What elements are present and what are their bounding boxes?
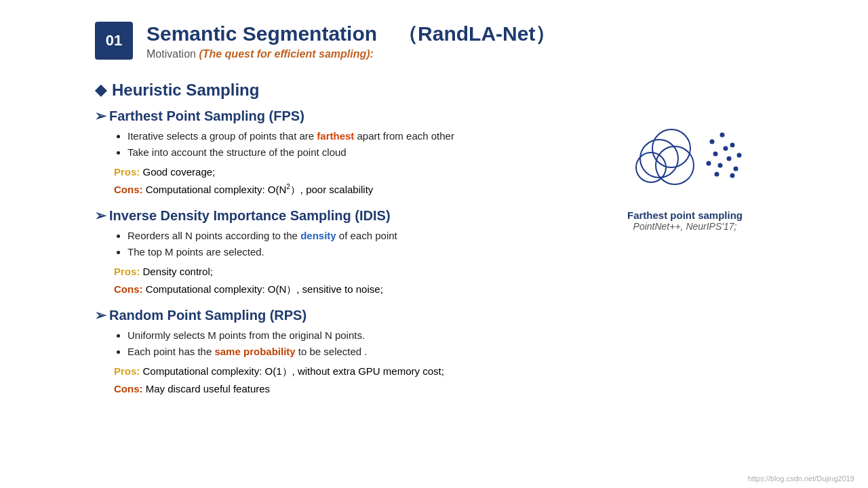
- svg-point-0: [640, 140, 678, 178]
- svg-point-4: [710, 140, 715, 144]
- fps-pros-text: Good coverage;: [140, 166, 215, 178]
- section-title: ◆ Heuristic Sampling: [95, 81, 773, 100]
- header: 01 Semantic Segmentation （RandLA-Net） Mo…: [0, 0, 868, 74]
- idis-cons: Cons: Computational complexity: O(N）, se…: [114, 281, 583, 298]
- main-content: ◆ Heuristic Sampling ➢ Farthest Point Sa…: [0, 74, 868, 413]
- diagram-column: Farthest point sampling PointNet++, Neur…: [597, 108, 773, 407]
- subtitle-italic: (The quest for efficient sampling):: [199, 48, 374, 60]
- idis-pros-label: Pros:: [114, 266, 140, 277]
- main-title: Semantic Segmentation （RandLA-Net）: [146, 20, 555, 48]
- text-column: ➢ Farthest Point Sampling (FPS) Iterativ…: [95, 108, 583, 407]
- svg-point-7: [713, 152, 718, 157]
- idis-pros-text: Density control;: [140, 266, 213, 277]
- fps-b1-highlight: farthest: [317, 130, 354, 142]
- diagram-caption: Farthest point sampling: [597, 209, 773, 221]
- idis-arrow-icon: ➢: [95, 207, 106, 224]
- rps-title-text: Random Point Sampling (RPS): [109, 308, 307, 323]
- idis-b1-highlight: density: [300, 230, 336, 241]
- rps-b2-pre: Each point has the: [127, 346, 214, 357]
- idis-pros-cons: Pros: Density control; Cons: Computation…: [95, 263, 583, 298]
- idis-bullets: Reorders all N points according to the d…: [95, 228, 583, 260]
- fps-bullets: Iterative selects a group of points that…: [95, 128, 583, 161]
- fps-cons-text: Computational complexity: O(N2）, poor sc…: [143, 184, 374, 195]
- fps-title-text: Farthest Point Sampling (FPS): [109, 108, 304, 124]
- fps-bullet-2: Take into account the structure of the p…: [127, 144, 583, 161]
- svg-point-11: [707, 161, 711, 166]
- fps-diagram-svg: [610, 115, 760, 203]
- svg-point-13: [737, 153, 742, 158]
- fps-title: ➢ Farthest Point Sampling (FPS): [95, 108, 583, 124]
- watermark: https://blog.csdn.net/Dujing2019: [748, 474, 854, 483]
- idis-title: ➢ Inverse Density Importance Sampling (I…: [95, 207, 583, 224]
- idis-bullet-2: The top M points are selected.: [127, 244, 583, 260]
- svg-point-6: [730, 143, 735, 148]
- fps-cons: Cons: Computational complexity: O(N2）, p…: [114, 181, 583, 199]
- rps-b2-highlight: same probability: [214, 346, 295, 357]
- rps-arrow-icon: ➢: [95, 307, 106, 323]
- idis-b1-end: of each point: [336, 230, 397, 241]
- rps-b2-end: to be selected .: [296, 346, 368, 357]
- diamond-icon: ◆: [95, 81, 106, 99]
- idis-pros: Pros: Density control;: [114, 263, 583, 281]
- subtitle-prefix: Motivation: [146, 48, 196, 60]
- idis-bullet-1: Reorders all N points according to the d…: [127, 228, 583, 244]
- idis-cons-text: Computational complexity: O(N）, sensitiv…: [143, 283, 383, 295]
- rps-pros: Pros: Computational complexity: O(1）, wi…: [114, 363, 583, 380]
- rps-pros-cons: Pros: Computational complexity: O(1）, wi…: [95, 363, 583, 397]
- fps-pros: Pros: Good coverage;: [114, 163, 583, 181]
- heuristic-sampling-title: Heuristic Sampling: [112, 81, 259, 100]
- rps-bullet-2: Each point has the same probability to b…: [127, 344, 583, 360]
- svg-point-5: [720, 133, 725, 138]
- title-area: Semantic Segmentation （RandLA-Net） Motiv…: [146, 20, 555, 60]
- idis-b1-pre: Reorders all N points according to the: [127, 230, 300, 241]
- fps-cons-label: Cons:: [114, 184, 143, 195]
- fps-section: ➢ Farthest Point Sampling (FPS) Iterativ…: [95, 108, 583, 198]
- idis-title-text: Inverse Density Importance Sampling (IDI…: [109, 208, 391, 224]
- content-row: ➢ Farthest Point Sampling (FPS) Iterativ…: [95, 108, 773, 407]
- rps-section: ➢ Random Point Sampling (RPS) Uniformly …: [95, 307, 583, 397]
- rps-cons-label: Cons:: [114, 383, 143, 394]
- rps-pros-label: Pros:: [114, 365, 140, 377]
- svg-point-8: [727, 157, 732, 161]
- rps-cons: Cons: May discard useful features: [114, 380, 583, 398]
- rps-bullet-1: Uniformly selects M points from the orig…: [127, 327, 583, 344]
- rps-cons-text: May discard useful features: [143, 383, 271, 394]
- fps-b1-pre: Iterative selects a group of points that…: [127, 130, 317, 142]
- diagram-subcaption: PointNet++, NeurIPS'17;: [597, 221, 773, 232]
- rps-bullets: Uniformly selects M points from the orig…: [95, 327, 583, 360]
- idis-section: ➢ Inverse Density Importance Sampling (I…: [95, 207, 583, 298]
- fps-pros-cons: Pros: Good coverage; Cons: Computational…: [95, 163, 583, 198]
- rps-title: ➢ Random Point Sampling (RPS): [95, 307, 583, 323]
- fps-bullet-1: Iterative selects a group of points that…: [127, 128, 583, 144]
- svg-point-15: [730, 174, 735, 178]
- slide-number: 01: [95, 22, 133, 60]
- fps-b1-end: apart from each other: [354, 130, 454, 142]
- svg-point-9: [718, 163, 723, 168]
- rps-pros-text: Computational complexity: O(1）, without …: [140, 365, 443, 377]
- idis-cons-label: Cons:: [114, 283, 143, 295]
- svg-point-12: [724, 146, 728, 151]
- svg-point-14: [715, 172, 719, 177]
- subtitle: Motivation (The quest for efficient samp…: [146, 48, 555, 60]
- fps-pros-label: Pros:: [114, 166, 140, 178]
- svg-point-10: [734, 167, 738, 171]
- svg-point-3: [636, 152, 666, 182]
- fps-arrow-icon: ➢: [95, 108, 106, 124]
